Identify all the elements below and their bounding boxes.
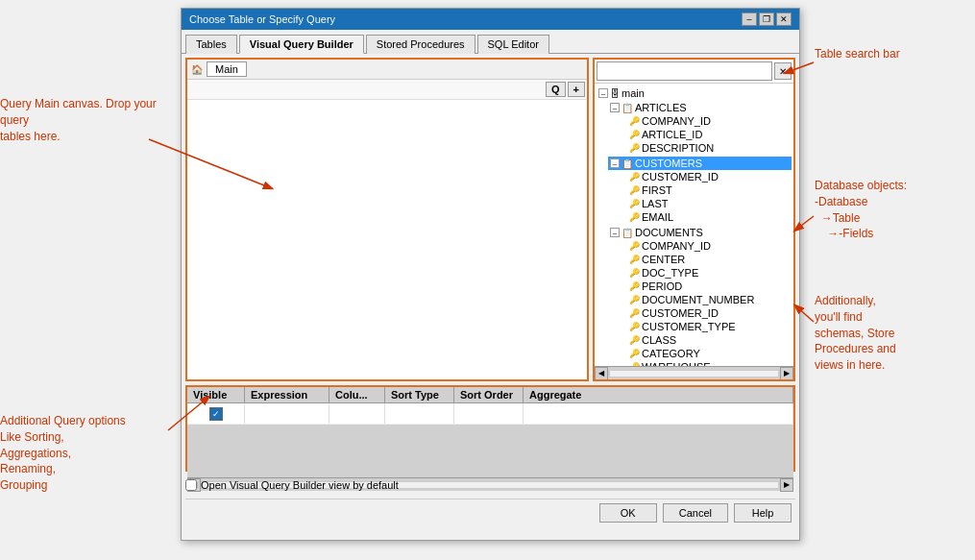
tab-stored-procedures[interactable]: Stored Procedures xyxy=(366,35,475,54)
customers-fields: 🔑 CUSTOMER_ID 🔑 FIRST 🔑 LAST xyxy=(608,170,792,224)
minimize-button[interactable]: – xyxy=(742,12,757,26)
tree-label-articles: ARTICLES xyxy=(635,102,687,113)
tree-label-customers: CUSTOMERS xyxy=(635,158,702,169)
annotation-search-bar: Table search bar xyxy=(815,46,900,62)
tree-horiz-scroll[interactable]: ◀ ▶ xyxy=(595,366,793,379)
close-button[interactable]: ✕ xyxy=(776,12,792,26)
tree-label-class: CLASS xyxy=(642,334,676,346)
tree-row-last[interactable]: 🔑 LAST xyxy=(627,197,792,210)
tree-row-doc-type[interactable]: 🔑 DOC_TYPE xyxy=(627,266,792,280)
tree-row-customers[interactable]: – 📋 CUSTOMERS xyxy=(608,157,792,170)
table-icon-articles: 📋 xyxy=(622,103,633,113)
help-button[interactable]: Help xyxy=(734,503,792,523)
tree-row-customer-id-1[interactable]: 🔑 CUSTOMER_ID xyxy=(627,170,792,183)
tab-sql-editor[interactable]: SQL Editor xyxy=(477,35,549,54)
field-icon: 🔑 xyxy=(629,322,640,331)
field-icon: 🔑 xyxy=(629,212,640,222)
cancel-button[interactable]: Cancel xyxy=(663,503,728,523)
canvas-toolbar: Q + xyxy=(187,80,587,100)
tree-root-main: – 🗄 main – 📋 ARTICLES xyxy=(597,85,792,366)
tree-expand-documents[interactable]: – xyxy=(610,228,620,237)
breadcrumb-bar: 🏠 Main xyxy=(187,60,587,80)
q-button[interactable]: Q xyxy=(546,82,566,97)
scroll-left-button[interactable]: ◀ xyxy=(595,367,608,380)
tree-label-article-id-1: ARTICLE_ID xyxy=(642,129,702,140)
ok-button[interactable]: OK xyxy=(599,503,657,523)
tree-row-document-number[interactable]: 🔑 DOCUMENT_NUMBER xyxy=(627,293,792,306)
tree-label-main: main xyxy=(622,87,645,99)
footer: OK Cancel Help xyxy=(185,499,795,526)
tree-row-category[interactable]: 🔑 CATEGORY xyxy=(627,347,792,360)
tree-label-doc-company-id: COMPANY_ID xyxy=(642,240,711,252)
query-canvas[interactable] xyxy=(187,100,587,379)
tree-container[interactable]: – 🗄 main – 📋 ARTICLES xyxy=(595,84,793,366)
search-input[interactable] xyxy=(597,61,772,81)
tree-row-article-id-1[interactable]: 🔑 ARTICLE_ID xyxy=(627,128,792,141)
tree-row-doc-customer-id[interactable]: 🔑 CUSTOMER_ID xyxy=(627,306,792,320)
scroll-right-button[interactable]: ▶ xyxy=(780,367,793,380)
articles-fields: 🔑 COMPANY_ID 🔑 ARTICLE_ID 🔑 DESCRIPTION xyxy=(608,114,792,155)
search-clear-button[interactable]: ✕ xyxy=(774,62,792,80)
field-icon: 🔑 xyxy=(629,268,640,278)
tree-label-last: LAST xyxy=(642,198,669,209)
tree-row-class[interactable]: 🔑 CLASS xyxy=(627,333,792,347)
field-icon: 🔑 xyxy=(629,349,640,358)
col-header-visible: Visible xyxy=(187,387,245,402)
tree-row-description[interactable]: 🔑 DESCRIPTION xyxy=(627,141,792,155)
add-button[interactable]: + xyxy=(568,82,585,97)
tab-visual-query-builder[interactable]: Visual Query Builder xyxy=(239,35,364,54)
table-icon-documents: 📋 xyxy=(622,228,633,238)
default-view-checkbox-label[interactable]: Open Visual Query Builder view by defaul… xyxy=(185,479,399,491)
restore-button[interactable]: ❐ xyxy=(759,12,774,26)
table-data-row-1: ✓ xyxy=(187,403,793,425)
cell-aggregate-1 xyxy=(524,403,793,424)
tree-row-documents[interactable]: – 📋 DOCUMENTS xyxy=(608,226,792,239)
tree-row-doc-company-id[interactable]: 🔑 COMPANY_ID xyxy=(627,239,792,253)
field-icon: 🔑 xyxy=(629,281,640,291)
tree-item-articles: – 📋 ARTICLES 🔑 COMPANY_ID 🔑 xyxy=(597,100,792,156)
col-header-aggregate: Aggregate xyxy=(524,387,793,402)
breadcrumb-main[interactable]: Main xyxy=(207,61,247,77)
col-header-expression: Expression xyxy=(245,387,329,402)
scroll-track[interactable] xyxy=(609,370,779,377)
tree-label-company-id-1: COMPANY_ID xyxy=(642,115,711,127)
tree-row-period[interactable]: 🔑 PERIOD xyxy=(627,280,792,293)
field-icon: 🔑 xyxy=(629,241,640,251)
tree-label-customer-id-1: CUSTOMER_ID xyxy=(642,171,719,183)
tree-row-email[interactable]: 🔑 EMAIL xyxy=(627,210,792,224)
tree-row-articles[interactable]: – 📋 ARTICLES xyxy=(608,101,792,114)
tree-expand-articles[interactable]: – xyxy=(610,103,620,112)
tree-label-category: CATEGORY xyxy=(642,348,700,359)
tree-row-main[interactable]: – 🗄 main xyxy=(597,86,792,100)
tab-bar: Tables Visual Query Builder Stored Proce… xyxy=(182,30,799,54)
tree-label-email: EMAIL xyxy=(642,211,673,223)
tree-row-first[interactable]: 🔑 FIRST xyxy=(627,183,792,197)
field-icon: 🔑 xyxy=(629,172,640,182)
tab-tables[interactable]: Tables xyxy=(185,35,237,54)
tree-expand-main[interactable]: – xyxy=(598,88,608,98)
database-icon: 🗄 xyxy=(610,88,620,99)
tree-label-center: CENTER xyxy=(642,254,685,265)
col-header-sort-order: Sort Order xyxy=(454,387,524,402)
field-icon: 🔑 xyxy=(629,335,640,345)
checkbox-visible-1[interactable]: ✓ xyxy=(209,407,223,421)
default-view-checkbox[interactable] xyxy=(185,479,197,491)
tree-row-center[interactable]: 🔑 CENTER xyxy=(627,253,792,266)
tree-item-documents: – 📋 DOCUMENTS 🔑 COMPANY_ID 🔑 xyxy=(597,225,792,366)
dialog-window: Choose Table or Specify Query – ❐ ✕ Tabl… xyxy=(181,8,800,541)
tree-row-company-id-1[interactable]: 🔑 COMPANY_ID xyxy=(627,114,792,128)
search-bar: ✕ xyxy=(595,60,793,84)
tree-expand-customers[interactable]: – xyxy=(610,158,620,168)
dialog-content: 🏠 Main Q + ✕ xyxy=(182,54,799,530)
tree-label-doc-customer-id: CUSTOMER_ID xyxy=(642,307,719,319)
title-bar-buttons: – ❐ ✕ xyxy=(742,12,792,26)
tree-row-customer-type[interactable]: 🔑 CUSTOMER_TYPE xyxy=(627,320,792,333)
tree-label-document-number: DOCUMENT_NUMBER xyxy=(642,294,754,305)
field-icon: 🔑 xyxy=(629,295,640,304)
col-header-column: Colu... xyxy=(329,387,385,402)
cell-visible-1[interactable]: ✓ xyxy=(187,403,245,424)
cell-expression-1 xyxy=(245,403,329,424)
field-icon: 🔑 xyxy=(629,185,640,195)
tree-label-period: PERIOD xyxy=(642,280,682,292)
title-bar: Choose Table or Specify Query – ❐ ✕ xyxy=(182,9,799,30)
